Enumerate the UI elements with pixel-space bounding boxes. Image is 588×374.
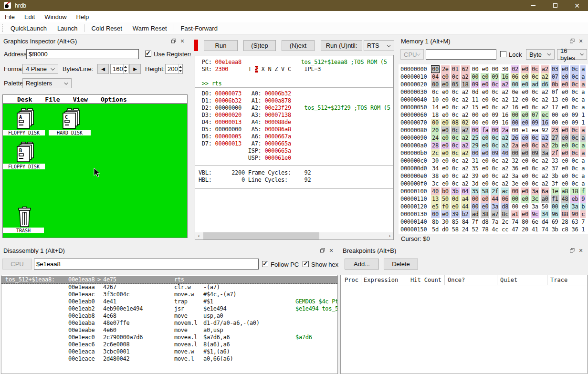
- memory-byte[interactable]: e0: [482, 104, 492, 111]
- memory-byte[interactable]: d8: [502, 203, 512, 210]
- memory-byte[interactable]: a2: [502, 180, 512, 187]
- memory-byte[interactable]: e5: [432, 203, 442, 210]
- memory-byte[interactable]: ea: [532, 127, 542, 134]
- memory-byte[interactable]: 32: [512, 157, 522, 164]
- memory-byte[interactable]: 3b: [452, 188, 462, 195]
- memory-byte[interactable]: a2: [502, 135, 512, 141]
- memory-byte[interactable]: 16: [512, 104, 522, 111]
- memory-width-combo[interactable]: 16 bytes: [557, 49, 587, 60]
- memory-byte[interactable]: a2: [542, 165, 552, 172]
- memory-byte[interactable]: a2: [542, 96, 552, 103]
- memory-byte[interactable]: e0: [522, 135, 532, 141]
- memory-byte[interactable]: 80: [522, 218, 532, 225]
- memory-byte[interactable]: a: [581, 81, 588, 88]
- memory-byte[interactable]: a2: [462, 89, 472, 95]
- memory-byte[interactable]: 47: [512, 226, 522, 233]
- memory-byte[interactable]: 07: [552, 73, 562, 80]
- memory-byte[interactable]: ac: [502, 188, 512, 195]
- memory-byte[interactable]: d4: [542, 218, 552, 225]
- memory-byte[interactable]: 0d: [472, 89, 482, 95]
- memory-byte[interactable]: 52: [472, 226, 482, 233]
- memory-byte[interactable]: 33: [552, 157, 562, 164]
- memory-byte[interactable]: 0c: [571, 73, 581, 80]
- memory-byte[interactable]: 63: [571, 218, 581, 225]
- memory-byte[interactable]: 00: [512, 203, 522, 210]
- memory-byte[interactable]: e0: [482, 119, 492, 126]
- toolbar-fast-forward[interactable]: Fast-Forward: [176, 23, 223, 33]
- memory-byte[interactable]: a2: [542, 66, 552, 73]
- spinner-arrows-icon[interactable]: [178, 64, 182, 73]
- memory-byte[interactable]: 50: [442, 196, 452, 202]
- menu-edit[interactable]: Edit: [20, 11, 40, 22]
- memory-byte[interactable]: 39: [472, 173, 482, 179]
- memory-byte[interactable]: 00: [472, 196, 482, 202]
- memory-byte[interactable]: 8c: [502, 211, 512, 218]
- memory-byte[interactable]: ad: [532, 81, 542, 88]
- memory-byte[interactable]: 0c: [452, 127, 462, 134]
- height-stepper[interactable]: 200: [165, 64, 183, 74]
- memory-byte[interactable]: e0: [482, 66, 492, 73]
- memory-byte[interactable]: 0c: [492, 135, 502, 141]
- disassembly-row[interactable]: 00e1eab84e68moveusp,a0: [1, 312, 337, 320]
- memory-byte[interactable]: e0: [442, 173, 452, 179]
- memory-byte[interactable]: 09: [492, 119, 502, 126]
- graphics-preview[interactable]: DeskFileViewOptions A FLOPPY DISK C: [2, 94, 188, 238]
- memory-byte[interactable]: 0c: [571, 127, 581, 134]
- memory-byte[interactable]: e0: [482, 73, 492, 80]
- memory-byte[interactable]: 0c: [452, 165, 462, 172]
- memory-byte[interactable]: e1: [522, 127, 532, 134]
- memory-byte[interactable]: a2: [542, 135, 552, 141]
- memory-byte[interactable]: 0c: [532, 142, 542, 149]
- memory-byte[interactable]: e0: [482, 96, 492, 103]
- disassembly-row[interactable]: 00e1eaaa4267clr.w-(a7): [1, 284, 337, 291]
- memory-row[interactable]: 0000002000e0051809e00ca200e0add60be00ca: [400, 81, 588, 89]
- memory-byte[interactable]: a: [581, 127, 588, 134]
- memory-byte[interactable]: a: [581, 96, 588, 103]
- memory-byte[interactable]: 00: [472, 127, 482, 134]
- memory-byte[interactable]: 00: [512, 112, 522, 118]
- register-view[interactable]: PC: 00e1eaa8 tos_512+$1eaa8 ;TOS ROM (5 …: [195, 55, 394, 240]
- step-button[interactable]: (S)tep: [243, 40, 276, 51]
- memory-byte[interactable]: 0e: [512, 89, 522, 95]
- memory-byte[interactable]: 00: [472, 112, 482, 118]
- minimize-button[interactable]: [522, 0, 544, 11]
- float-panel-icon[interactable]: [169, 37, 178, 45]
- memory-byte[interactable]: 09: [571, 119, 581, 126]
- memory-byte[interactable]: 3b: [552, 173, 562, 179]
- memory-byte[interactable]: 0c: [571, 66, 581, 73]
- memory-byte[interactable]: 40: [432, 188, 442, 195]
- memory-byte[interactable]: 41: [532, 226, 542, 233]
- memory-byte[interactable]: 05: [452, 81, 462, 88]
- memory-byte[interactable]: 0c: [532, 165, 542, 172]
- memory-byte[interactable]: 16: [502, 73, 512, 80]
- memory-byte[interactable]: e0: [442, 135, 452, 141]
- memory-byte[interactable]: a2: [542, 73, 552, 80]
- memory-size-combo[interactable]: Byte: [526, 49, 555, 60]
- memory-byte[interactable]: e0: [522, 142, 532, 149]
- toolbar-quicklaunch[interactable]: QuickLaunch: [5, 23, 52, 33]
- memory-byte[interactable]: 2a: [512, 142, 522, 149]
- close-panel-icon[interactable]: ×: [327, 247, 336, 254]
- memory-byte[interactable]: e0: [522, 112, 532, 118]
- memory-byte[interactable]: 00: [472, 150, 482, 156]
- memory-byte[interactable]: 27: [552, 135, 562, 141]
- memory-byte[interactable]: 09: [492, 112, 502, 118]
- memory-byte[interactable]: 6e: [532, 218, 542, 225]
- memory-byte[interactable]: a2: [462, 104, 472, 111]
- memory-byte[interactable]: a2: [502, 142, 512, 149]
- memory-byte[interactable]: e0: [442, 119, 452, 126]
- memory-byte[interactable]: e0: [442, 73, 452, 80]
- memory-byte[interactable]: 2b: [552, 142, 562, 149]
- memory-byte[interactable]: 28: [562, 218, 572, 225]
- memory-byte[interactable]: 30: [502, 66, 512, 73]
- memory-byte[interactable]: 5d: [432, 226, 442, 233]
- memory-byte[interactable]: 0c: [571, 81, 581, 88]
- memory-byte[interactable]: a2: [462, 135, 472, 141]
- float-panel-icon[interactable]: [568, 247, 577, 254]
- memory-byte[interactable]: 39: [452, 211, 462, 218]
- memory-byte[interactable]: 16: [502, 112, 512, 118]
- memory-byte[interactable]: 9: [581, 196, 588, 202]
- memory-byte[interactable]: 00: [472, 203, 482, 210]
- next-button[interactable]: (N)ext: [282, 40, 315, 51]
- memory-byte[interactable]: 3e: [512, 180, 522, 187]
